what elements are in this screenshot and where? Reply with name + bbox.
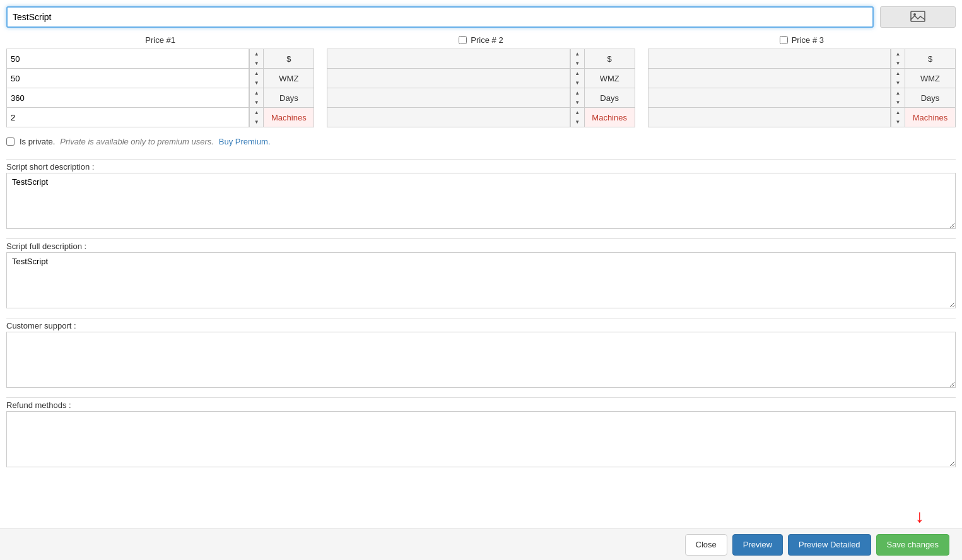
price2-machines-down[interactable]: ▼: [571, 117, 584, 127]
price2-days-input[interactable]: [327, 88, 570, 107]
price1-machines-input[interactable]: [7, 108, 249, 127]
page-wrapper: Price #1 ▲ ▼ $ ▲ ▼ WMZ: [0, 0, 962, 560]
price1-wmz-spinner[interactable]: ▲ ▼: [249, 69, 263, 88]
price3-wmz-label: WMZ: [905, 69, 955, 88]
private-note: Private is available only to premium use…: [60, 137, 214, 146]
price3-wmz-spinner[interactable]: ▲ ▼: [891, 69, 905, 88]
price1-days-spinner[interactable]: ▲ ▼: [249, 88, 263, 107]
price2-row-wmz: ▲ ▼ WMZ: [327, 68, 635, 88]
price1-wmz-label: WMZ: [263, 69, 314, 88]
refund-methods-section: Refund methods :: [6, 397, 956, 469]
price2-currency-down[interactable]: ▼: [571, 59, 584, 68]
price3-row-days: ▲ ▼ Days: [648, 88, 956, 108]
refund-methods-label: Refund methods :: [6, 397, 956, 410]
preview-button[interactable]: Preview: [732, 534, 783, 556]
price3-row-wmz: ▲ ▼ WMZ: [648, 68, 956, 88]
price3-wmz-input[interactable]: [648, 69, 891, 88]
price2-wmz-spinner[interactable]: ▲ ▼: [570, 69, 584, 88]
price3-currency-input[interactable]: [648, 49, 891, 68]
price2-row-machines: ▲ ▼ Machines: [327, 107, 635, 127]
price2-wmz-down[interactable]: ▼: [571, 78, 584, 88]
price1-title: Price #1: [145, 35, 175, 45]
price3-machines-spinner[interactable]: ▲ ▼: [891, 108, 905, 127]
customer-support-textarea[interactable]: [6, 332, 956, 388]
price3-row-machines: ▲ ▼ Machines: [648, 107, 956, 127]
price1-wmz-input[interactable]: [7, 69, 249, 88]
price2-days-label: Days: [584, 88, 635, 107]
customer-support-label: Customer support :: [6, 318, 956, 330]
price1-days-input[interactable]: [7, 88, 249, 107]
price1-row-wmz: ▲ ▼ WMZ: [6, 68, 314, 88]
short-desc-section: Script short description : TestScript: [6, 159, 956, 231]
full-desc-label: Script full description :: [6, 238, 956, 251]
price2-wmz-input[interactable]: [327, 69, 570, 88]
full-desc-section: Script full description : TestScript: [6, 238, 956, 310]
price1-machines-up[interactable]: ▲: [250, 108, 263, 117]
price2-machines-input[interactable]: [327, 108, 570, 127]
prices-row: Price #1 ▲ ▼ $ ▲ ▼ WMZ: [6, 35, 956, 127]
price3-checkbox[interactable]: [780, 36, 788, 44]
price-col-2: Price # 2 ▲ ▼ $ ▲ ▼ WMZ: [327, 35, 635, 127]
price-col-3: Price # 3 ▲ ▼ $ ▲ ▼ WMZ: [648, 35, 956, 127]
price3-machines-label: Machines: [905, 108, 955, 127]
price1-wmz-up[interactable]: ▲: [250, 69, 263, 78]
price2-currency-spinner[interactable]: ▲ ▼: [570, 49, 584, 68]
price2-wmz-up[interactable]: ▲: [571, 69, 584, 78]
price3-currency-spinner[interactable]: ▲ ▼: [891, 49, 905, 68]
price2-days-spinner[interactable]: ▲ ▼: [570, 88, 584, 107]
price3-currency-up[interactable]: ▲: [891, 49, 905, 59]
price1-machines-down[interactable]: ▼: [250, 117, 263, 127]
price1-machines-label: Machines: [263, 108, 314, 127]
price3-wmz-up[interactable]: ▲: [891, 69, 905, 78]
price2-currency-input[interactable]: [327, 49, 570, 68]
arrow-indicator: ↓: [915, 508, 924, 525]
is-private-label: Is private.: [20, 137, 55, 146]
image-upload-button[interactable]: [880, 6, 956, 28]
price3-currency-down[interactable]: ▼: [891, 59, 905, 68]
price1-currency-label: $: [263, 49, 314, 68]
price2-machines-spinner[interactable]: ▲ ▼: [570, 108, 584, 127]
price1-currency-up[interactable]: ▲: [250, 49, 263, 59]
price1-row-machines: ▲ ▼ Machines: [6, 107, 314, 127]
svg-rect-0: [911, 11, 925, 21]
price2-days-up[interactable]: ▲: [571, 88, 584, 98]
price2-checkbox[interactable]: [459, 36, 467, 44]
price1-days-down[interactable]: ▼: [250, 98, 263, 107]
is-private-checkbox[interactable]: [6, 137, 15, 146]
price3-wmz-down[interactable]: ▼: [891, 78, 905, 88]
private-row: Is private. Private is available only to…: [6, 137, 956, 146]
price1-wmz-down[interactable]: ▼: [250, 78, 263, 88]
price3-days-up[interactable]: ▲: [891, 88, 905, 98]
price3-row-currency: ▲ ▼ $: [648, 49, 956, 69]
footer-bar: Close Preview Preview Detailed Save chan…: [0, 528, 962, 560]
price3-machines-up[interactable]: ▲: [891, 108, 905, 117]
price2-row-currency: ▲ ▼ $: [327, 49, 635, 69]
refund-methods-textarea[interactable]: [6, 411, 956, 467]
script-title-input[interactable]: [6, 6, 874, 28]
price3-days-down[interactable]: ▼: [891, 98, 905, 107]
short-desc-label: Script short description :: [6, 159, 956, 172]
close-button[interactable]: Close: [685, 534, 727, 556]
preview-detailed-button[interactable]: Preview Detailed: [788, 534, 871, 556]
buy-premium-link[interactable]: Buy Premium.: [219, 137, 271, 146]
price3-days-spinner[interactable]: ▲ ▼: [891, 88, 905, 107]
price3-machines-down[interactable]: ▼: [891, 117, 905, 127]
price1-days-label: Days: [263, 88, 314, 107]
full-desc-textarea[interactable]: TestScript: [6, 252, 956, 308]
price2-title: Price # 2: [471, 35, 503, 45]
price2-machines-up[interactable]: ▲: [571, 108, 584, 117]
price2-days-down[interactable]: ▼: [571, 98, 584, 107]
price2-wmz-label: WMZ: [584, 69, 635, 88]
price1-machines-spinner[interactable]: ▲ ▼: [249, 108, 263, 127]
price1-currency-down[interactable]: ▼: [250, 59, 263, 68]
price3-title: Price # 3: [792, 35, 824, 45]
save-changes-button[interactable]: Save changes: [876, 534, 949, 556]
short-desc-textarea[interactable]: TestScript: [6, 173, 956, 229]
price3-days-input[interactable]: [648, 88, 891, 107]
price2-currency-up[interactable]: ▲: [571, 49, 584, 59]
price3-machines-input[interactable]: [648, 108, 891, 127]
price1-currency-spinner[interactable]: ▲ ▼: [249, 49, 263, 68]
price2-row-days: ▲ ▼ Days: [327, 88, 635, 108]
price1-currency-input[interactable]: [7, 49, 249, 68]
price1-days-up[interactable]: ▲: [250, 88, 263, 98]
